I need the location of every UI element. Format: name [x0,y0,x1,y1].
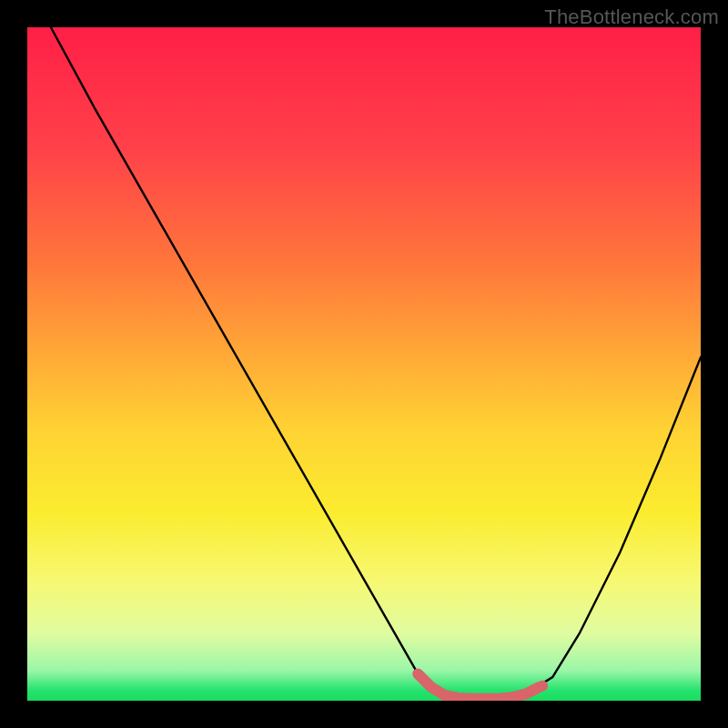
gradient-background [27,27,701,701]
chart-container: TheBottleneck.com [0,0,728,728]
bottleneck-chart [0,0,728,728]
optimal-zone-end-dot [537,681,548,692]
watermark-text: TheBottleneck.com [544,5,719,29]
